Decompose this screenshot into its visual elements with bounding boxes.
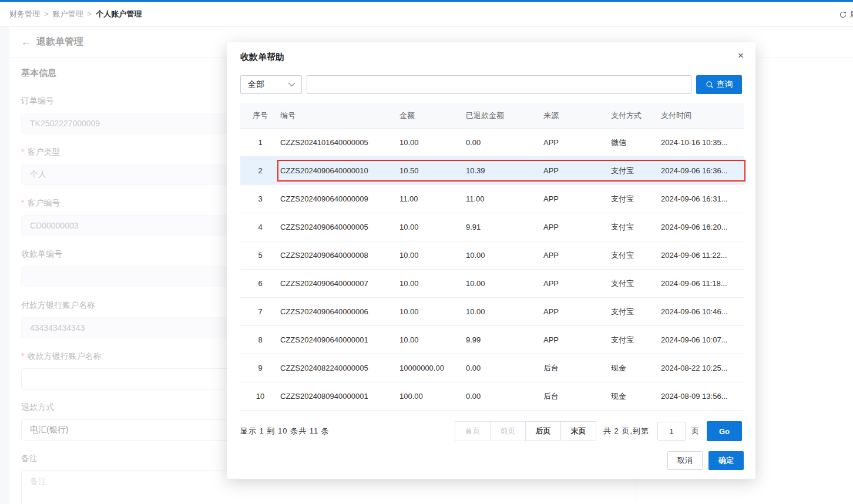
table-cell: 支付宝: [611, 166, 661, 176]
pagination-summary: 显示 1 到 10 条共 11 条: [240, 426, 330, 436]
table-cell: 支付宝: [611, 335, 661, 345]
table-cell: 2024-08-22 10:25...: [661, 364, 744, 372]
table-cell: 微信: [611, 137, 661, 148]
refresh-control[interactable]: 刷: [839, 9, 853, 20]
last-page-button[interactable]: 末页: [560, 421, 596, 441]
table-cell: CZZS2024080940000001: [280, 392, 399, 401]
table-cell: 9.99: [466, 335, 543, 344]
table-cell: 2024-09-06 11:18...: [661, 279, 744, 288]
cancel-button[interactable]: 取消: [667, 451, 703, 470]
table-cell: 支付宝: [611, 194, 661, 204]
prev-page-button[interactable]: 前页: [490, 421, 526, 441]
table-cell: 10.00: [399, 251, 466, 260]
table-cell: 10.39: [466, 166, 543, 175]
table-cell: CZZS2024090640000007: [280, 279, 399, 288]
search-icon: [706, 80, 714, 89]
table-row[interactable]: 5CZZS202409064000000810.0010.00APP支付宝202…: [240, 241, 744, 270]
go-button[interactable]: Go: [707, 421, 742, 441]
table-cell: CZZS2024090640000001: [280, 335, 399, 344]
filter-select[interactable]: 全部: [240, 75, 302, 94]
table-cell: 9.91: [466, 223, 543, 231]
table-row[interactable]: 8CZZS202409064000000110.009.99APP支付宝2024…: [240, 326, 744, 354]
column-header: 来源: [543, 110, 611, 121]
table-cell: 0.00: [466, 364, 543, 372]
first-page-button[interactable]: 首页: [455, 421, 491, 441]
breadcrumb-item[interactable]: 财务管理: [9, 9, 40, 18]
receipt-help-dialog: 收款单帮助 × 全部 查询 序号编号金额已退款金额来源支付方式支付时间 1CZZ…: [227, 42, 755, 479]
close-icon[interactable]: ×: [738, 50, 744, 62]
table-cell: 11.00: [399, 194, 466, 203]
table-cell: 10.50: [399, 166, 466, 175]
table-cell: 2024-09-06 16:36...: [661, 166, 744, 175]
table-cell: 3: [240, 194, 280, 203]
table-cell: 2024-09-06 16:20...: [661, 223, 744, 231]
table-cell: 2024-10-16 10:35...: [661, 138, 744, 147]
pagination-button-group: 首页 前页 后页 末页: [455, 421, 596, 441]
table-cell: APP: [543, 138, 611, 147]
table-cell: 现金: [611, 391, 661, 402]
table-cell: 4: [240, 223, 280, 231]
table-cell: 10: [240, 392, 280, 401]
table-cell: 0.00: [466, 138, 543, 147]
table-cell: APP: [543, 279, 611, 288]
column-header: 编号: [280, 110, 399, 121]
table-cell: 支付宝: [611, 278, 661, 289]
search-button-label: 查询: [717, 79, 733, 90]
search-input[interactable]: [307, 75, 691, 94]
table-cell: APP: [543, 335, 611, 344]
table-row[interactable]: 4CZZS202409064000000510.009.91APP支付宝2024…: [240, 213, 744, 241]
table-row[interactable]: 9CZZS202408224000000510000000.000.00后台现金…: [240, 354, 744, 382]
table-cell: APP: [543, 223, 611, 231]
table-cell: 9: [240, 364, 280, 372]
table-body: 1CZZS202410164000000510.000.00APP微信2024-…: [240, 129, 744, 411]
next-page-button[interactable]: 后页: [525, 421, 561, 441]
confirm-button[interactable]: 确定: [708, 451, 744, 470]
page-number-input[interactable]: [657, 422, 686, 441]
column-header: 支付方式: [611, 110, 661, 121]
table-cell: 10000000.00: [399, 364, 466, 372]
breadcrumb-item[interactable]: 账户管理: [53, 9, 83, 18]
table-cell: 10.00: [466, 279, 543, 288]
table-cell: CZZS2024090640000010: [280, 166, 399, 175]
table-cell: 11.00: [466, 194, 543, 203]
dialog-title: 收款单帮助: [240, 52, 284, 63]
table-cell: 7: [240, 307, 280, 316]
table-cell: CZZS2024090640000006: [280, 307, 399, 316]
table-cell: APP: [543, 166, 611, 175]
refresh-icon[interactable]: [839, 11, 847, 19]
table-row[interactable]: 3CZZS202409064000000911.0011.00APP支付宝202…: [240, 185, 744, 213]
table-cell: 10.00: [399, 307, 466, 316]
filter-select-value: 全部: [248, 79, 288, 90]
table-cell: APP: [543, 307, 611, 316]
table-cell: 2024-09-06 11:22...: [661, 251, 744, 260]
table-row[interactable]: 1CZZS202410164000000510.000.00APP微信2024-…: [240, 129, 744, 157]
breadcrumb-separator: >: [88, 9, 92, 18]
table-cell: 8: [240, 335, 280, 344]
table-cell: 10.00: [399, 335, 466, 344]
table-cell: CZZS2024090640000009: [280, 194, 399, 203]
table-header-row: 序号编号金额已退款金额来源支付方式支付时间: [240, 103, 744, 129]
table-row[interactable]: 6CZZS202409064000000710.0010.00APP支付宝202…: [240, 270, 744, 298]
search-button[interactable]: 查询: [696, 75, 742, 94]
table-cell: 2024-09-06 10:46...: [661, 307, 744, 316]
table-cell: 现金: [611, 363, 661, 374]
table-row[interactable]: 2CZZS202409064000001010.5010.39APP支付宝202…: [240, 157, 744, 185]
column-header: 支付时间: [661, 110, 744, 121]
table-row[interactable]: 10CZZS2024080940000001100.000.00后台现金2024…: [240, 382, 744, 411]
table-cell: 10.00: [466, 251, 543, 260]
table-cell: 10.00: [399, 138, 466, 147]
dialog-footer: 取消 确定: [667, 451, 744, 470]
table-cell: APP: [543, 194, 611, 203]
page-total-text: 共 2 页,到第: [603, 426, 649, 436]
table-cell: CZZS2024101640000005: [280, 138, 399, 147]
receipt-table: 序号编号金额已退款金额来源支付方式支付时间 1CZZS2024101640000…: [240, 103, 744, 411]
table-cell: 2024-08-09 13:56...: [661, 392, 744, 401]
breadcrumb-item[interactable]: 个人账户管理: [96, 9, 142, 18]
pagination: 显示 1 到 10 条共 11 条 首页 前页 后页 末页 共 2 页,到第 页…: [240, 421, 742, 441]
dialog-toolbar: 全部 查询: [240, 75, 742, 94]
table-cell: 6: [240, 279, 280, 288]
table-cell: 2: [240, 166, 280, 175]
column-header: 序号: [240, 110, 280, 121]
table-row[interactable]: 7CZZS202409064000000610.0010.00APP支付宝202…: [240, 298, 744, 326]
column-header: 金额: [399, 110, 466, 121]
